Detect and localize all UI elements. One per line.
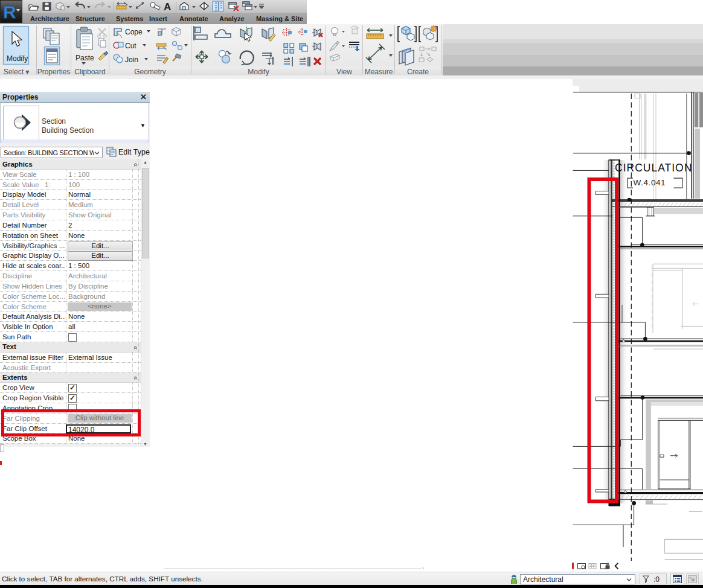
svg-text:A: A bbox=[164, 1, 171, 13]
svg-text:W.4.041: W.4.041 bbox=[634, 178, 666, 187]
svg-text:Cope: Cope bbox=[125, 28, 143, 36]
svg-text:Cut: Cut bbox=[125, 42, 136, 50]
svg-text:R: R bbox=[3, 2, 16, 22]
svg-text:Paste: Paste bbox=[75, 54, 94, 62]
svg-text:CIRCULATION: CIRCULATION bbox=[615, 162, 692, 174]
svg-text:Join: Join bbox=[125, 56, 138, 64]
svg-text:Modify: Modify bbox=[7, 54, 28, 63]
